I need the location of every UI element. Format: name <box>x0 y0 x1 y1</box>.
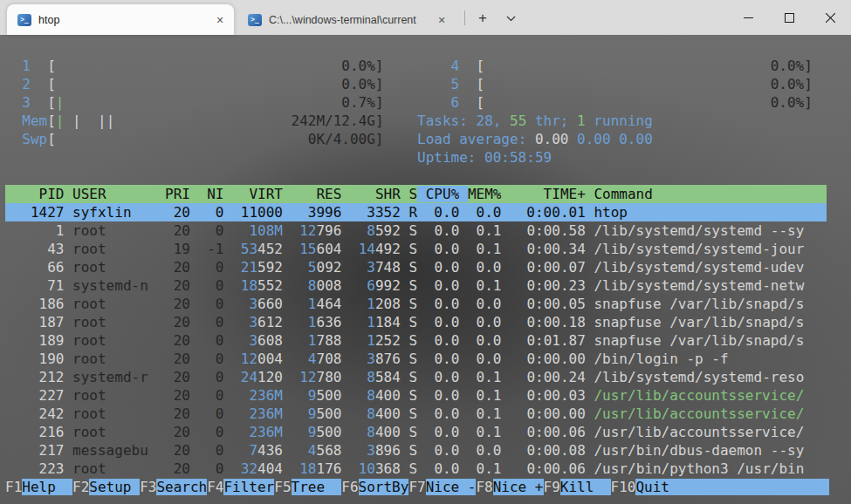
column-header-res[interactable]: RES <box>292 186 342 202</box>
process-row-71[interactable]: 71 systemd-n 20 0 18552 8008 6992 S 0.0 … <box>5 276 827 295</box>
column-header-command[interactable]: Command <box>594 186 652 202</box>
close-button[interactable] <box>810 0 851 35</box>
fn-f2-label[interactable]: Setup <box>89 479 140 495</box>
column-header-time[interactable]: TIME+ <box>510 186 586 202</box>
fn-f7[interactable]: F7 <box>408 479 425 495</box>
process-row-189[interactable]: 189 root 20 0 3608 1788 1252 S 0.0 0.0 0… <box>5 331 827 350</box>
cpu-meters-2-5: 2 [ 0.0%] 5 [ 0.0%] <box>5 75 827 93</box>
maximize-button[interactable] <box>769 0 810 35</box>
fn-f1[interactable]: F1 <box>5 479 22 495</box>
fn-f6[interactable]: F6 <box>341 479 358 495</box>
fn-f10[interactable]: F10 <box>611 479 636 495</box>
function-key-bar: F1Help F2Setup F3SearchF4FilterF5Tree F6… <box>5 478 827 496</box>
column-header-pid[interactable]: PID <box>5 186 64 202</box>
process-row-217[interactable]: 217 messagebu 20 0 7436 4568 3896 S 0.0 … <box>5 441 827 460</box>
fn-f2[interactable]: F2 <box>72 479 89 495</box>
terminal-icon: >_ <box>17 14 31 26</box>
fn-f9-label[interactable]: Kill <box>560 479 611 495</box>
column-header-pri[interactable]: PRI <box>165 186 190 202</box>
process-row-212[interactable]: 212 systemd-r 20 0 24120 12780 8584 S 0.… <box>5 368 827 386</box>
column-header-shr[interactable]: SHR <box>350 186 401 202</box>
process-row-66[interactable]: 66 root 20 0 21592 5092 3748 S 0.0 0.0 0… <box>5 258 827 276</box>
fn-f9[interactable]: F9 <box>544 479 560 495</box>
fn-f5-label[interactable]: Tree <box>292 479 342 495</box>
process-row-187[interactable]: 187 root 20 0 3612 1636 1184 S 0.0 0.0 0… <box>5 313 827 331</box>
maximize-icon <box>785 13 794 23</box>
fn-f4[interactable]: F4 <box>207 479 223 495</box>
column-header-cpu[interactable]: CPU% <box>426 186 460 202</box>
fn-f8[interactable]: F8 <box>476 479 492 495</box>
close-tab-icon[interactable]: ✕ <box>435 13 449 27</box>
cpu-meters-1-4: 1 [ 0.0%] 4 [ 0.0%] <box>5 57 827 75</box>
titlebar: >_ htop ✕ >_ C:\...\windows-terminal\cur… <box>0 0 851 35</box>
fn-f4-label[interactable]: Filter <box>223 479 274 495</box>
fn-f3[interactable]: F3 <box>140 479 156 495</box>
fn-f10-label[interactable]: Quit <box>635 479 669 495</box>
tab-dropdown-button[interactable] <box>499 7 522 30</box>
process-row-1427[interactable]: 1427 syfxlin 20 0 11000 3996 3352 R 0.0 … <box>5 203 827 221</box>
process-row-43[interactable]: 43 root 19 -1 53452 15604 14492 S 0.0 0.… <box>5 240 827 258</box>
cpu-meters-3-6: 3 [| 0.7%] 6 [ 0.0%] <box>5 93 827 112</box>
process-table-header[interactable]: PID USER PRI NI VIRT RES SHR S CPU% MEM%… <box>5 185 827 203</box>
column-header-mem[interactable]: MEM% <box>468 186 502 202</box>
minimize-icon <box>744 13 753 23</box>
terminal-screen: 1 [ 0.0%] 4 [ 0.0%] 2 [ 0.0%] 5 [ 0.0%] … <box>0 35 851 504</box>
process-row-190[interactable]: 190 root 20 0 12004 4708 3876 S 0.0 0.0 … <box>5 350 827 368</box>
fn-f6-label[interactable]: SortBy <box>359 479 409 495</box>
column-header-ni[interactable]: NI <box>199 186 224 202</box>
tab-title: htop <box>38 14 206 26</box>
tab-htop[interactable]: >_ htop ✕ <box>7 4 234 35</box>
tab-windows-terminal-current[interactable]: >_ C:\...\windows-terminal\current ✕ <box>237 4 456 35</box>
fn-f3-label[interactable]: Search <box>156 479 207 495</box>
column-header-s[interactable]: S <box>408 186 417 202</box>
fn-f1-label[interactable]: Help <box>22 479 72 495</box>
process-row-186[interactable]: 186 root 20 0 3660 1464 1208 S 0.0 0.0 0… <box>5 295 827 313</box>
blank-line <box>5 167 827 185</box>
column-header-user[interactable]: USER <box>72 186 165 202</box>
mem-meter-tasks: Mem[| | || 242M/12.4G] Tasks: 28, 55 thr… <box>5 112 827 130</box>
uptime-line: Uptime: 00:58:59 <box>5 148 827 167</box>
chevron-down-icon <box>506 16 516 22</box>
minimize-button[interactable] <box>728 0 769 35</box>
process-row-242[interactable]: 242 root 20 0 236M 9500 8400 S 0.0 0.1 0… <box>5 405 827 423</box>
tab-title: C:\...\windows-terminal\current <box>269 14 428 26</box>
fn-f7-label[interactable]: Nice - <box>426 479 477 495</box>
process-row-227[interactable]: 227 root 20 0 236M 9500 8400 S 0.0 0.1 0… <box>5 386 827 405</box>
close-tab-icon[interactable]: ✕ <box>213 13 227 27</box>
column-header-virt[interactable]: VIRT <box>232 186 283 202</box>
new-tab-button[interactable]: + <box>471 7 494 30</box>
tab-separator <box>464 10 465 25</box>
close-icon <box>826 13 835 23</box>
terminal-window: >_ htop ✕ >_ C:\...\windows-terminal\cur… <box>0 0 851 504</box>
process-row-223[interactable]: 223 root 20 0 32404 18176 10368 S 0.0 0.… <box>5 460 827 478</box>
swp-meter-load: Swp[ 0K/4.00G] Load average: 0.00 0.00 0… <box>5 130 827 148</box>
fn-f5[interactable]: F5 <box>274 479 291 495</box>
fn-f8-label[interactable]: Nice + <box>493 479 544 495</box>
process-row-1[interactable]: 1 root 20 0 108M 12796 8592 S 0.0 0.1 0:… <box>5 221 827 240</box>
terminal-icon: >_ <box>248 14 262 26</box>
process-row-216[interactable]: 216 root 20 0 236M 9500 8400 S 0.0 0.1 0… <box>5 423 827 441</box>
